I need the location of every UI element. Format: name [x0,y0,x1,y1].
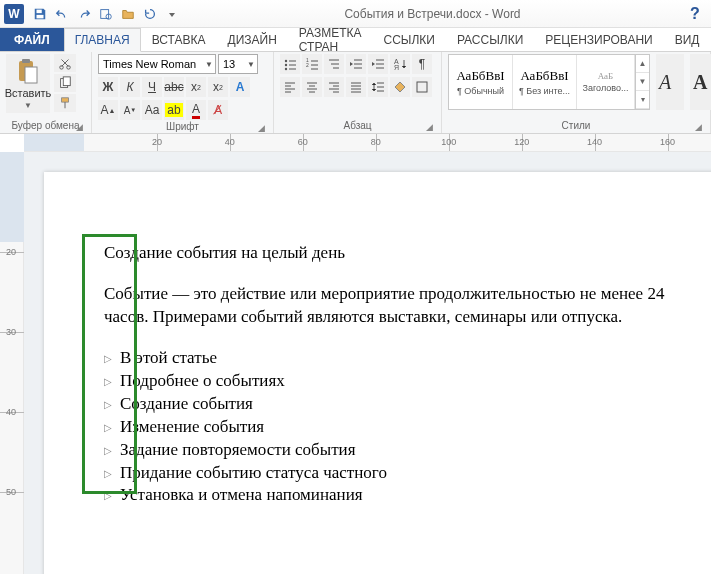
clear-format-icon[interactable]: A̸ [208,100,228,120]
group-styles-label: Стили [562,120,591,131]
document-body[interactable]: Создание события на целый день Событие —… [104,242,684,507]
text-effects-icon[interactable]: A [230,77,250,97]
svg-point-12 [285,64,287,66]
list-item[interactable]: ▷Задание повторяемости события [104,439,684,462]
superscript-button[interactable]: x2 [208,77,228,97]
tab-layout[interactable]: РАЗМЕТКА СТРАН [288,28,373,51]
list-item[interactable]: ▷Изменение события [104,416,684,439]
bold-button[interactable]: Ж [98,77,118,97]
doc-paragraph[interactable]: Событие — это действие или мероприятие п… [104,283,684,329]
multilevel-icon[interactable] [324,54,344,74]
decrease-indent-icon[interactable] [346,54,366,74]
list-item[interactable]: ▷В этой статье [104,347,684,370]
font-color-icon[interactable]: A [186,100,206,120]
justify-icon[interactable] [346,77,366,97]
style-item-nospacing[interactable]: АаБбВвІ ¶ Без инте... [513,55,577,109]
align-right-icon[interactable] [324,77,344,97]
increase-indent-icon[interactable] [368,54,388,74]
sort-icon[interactable]: AЯ [390,54,410,74]
paragraph-dialog-launcher-icon[interactable]: ◢ [423,120,435,132]
group-paragraph-label: Абзац [343,120,371,131]
bullets-icon[interactable] [280,54,300,74]
copy-icon[interactable] [54,74,76,92]
highlight-color-icon[interactable]: ab [164,100,184,120]
paste-button[interactable]: Вставить ▼ [6,54,50,113]
redo-icon[interactable] [74,4,94,24]
italic-button[interactable]: К [120,77,140,97]
paste-icon [14,57,42,85]
clipboard-dialog-launcher-icon[interactable]: ◢ [73,120,85,132]
list-item[interactable]: ▷Подробнее о событиях [104,370,684,393]
styles-gallery[interactable]: АаБбВвІ ¶ Обычный АаБбВвІ ¶ Без инте... … [448,54,650,110]
qat-customize-icon[interactable] [162,4,182,24]
chevron-down-icon: ▼ [24,101,32,110]
scroll-up-icon[interactable]: ▲ [636,55,649,73]
strike-button[interactable]: abc [164,77,184,97]
tab-home[interactable]: ГЛАВНАЯ [64,28,141,52]
tab-design[interactable]: ДИЗАЙН [217,28,288,51]
list-item[interactable]: ▷Придание событию статуса частного [104,462,684,485]
shrink-font-icon[interactable]: A▼ [120,100,140,120]
tab-insert[interactable]: ВСТАВКА [141,28,217,51]
svg-text:A: A [693,71,708,93]
svg-rect-6 [25,67,37,83]
format-painter-icon[interactable] [54,94,76,112]
svg-rect-1 [37,14,44,18]
bullet-triangle-icon: ▷ [104,370,112,393]
document-page[interactable]: Создание события на целый день Событие —… [44,172,711,574]
tab-file[interactable]: ФАЙЛ [0,28,64,51]
repeat-icon[interactable] [140,4,160,24]
group-paragraph: 12 AЯ ¶ Абзац◢ [274,52,442,133]
doc-title[interactable]: Создание события на целый день [104,242,684,265]
shading-icon[interactable] [390,77,410,97]
numbering-icon[interactable]: 12 [302,54,322,74]
help-icon[interactable]: ? [683,3,707,25]
styles-dialog-launcher-icon[interactable]: ◢ [692,120,704,132]
chevron-down-icon: ▼ [205,60,213,69]
svg-text:A: A [657,71,672,93]
undo-icon[interactable] [52,4,72,24]
align-center-icon[interactable] [302,77,322,97]
list-item[interactable]: ▷Создание события [104,393,684,416]
styles-scrollbar[interactable]: ▲ ▼ ▾ [635,55,649,109]
style-item-normal[interactable]: АаБбВвІ ¶ Обычный [449,55,513,109]
scroll-down-icon[interactable]: ▼ [636,73,649,91]
svg-text:Я: Я [394,64,399,71]
show-marks-icon[interactable]: ¶ [412,54,432,74]
page-scroll[interactable]: Создание события на целый день Событие —… [24,152,711,574]
preview-icon[interactable] [96,4,116,24]
font-size-combo[interactable]: 13▼ [218,54,258,74]
svg-text:2: 2 [306,62,309,68]
title-bar: W События и Встречи.docx - Word ? [0,0,711,28]
bullet-triangle-icon: ▷ [104,393,112,416]
svg-rect-0 [37,9,42,13]
vertical-ruler[interactable]: 20304050 [0,152,24,574]
line-spacing-icon[interactable] [368,77,388,97]
save-icon[interactable] [30,4,50,24]
align-left-icon[interactable] [280,77,300,97]
bullet-triangle-icon: ▷ [104,462,112,485]
quick-access-toolbar [30,4,182,24]
bullet-triangle-icon: ▷ [104,439,112,462]
tab-mailings[interactable]: РАССЫЛКИ [446,28,534,51]
tab-view[interactable]: ВИД [664,28,711,51]
underline-button[interactable]: Ч [142,77,162,97]
horizontal-ruler[interactable]: 20406080100120140160 [24,134,711,152]
styles-pane-button[interactable]: A [690,54,711,110]
font-name-combo[interactable]: Times New Roman▼ [98,54,216,74]
change-styles-button[interactable]: A [656,54,684,110]
grow-font-icon[interactable]: A▲ [98,100,118,120]
svg-point-13 [285,68,287,70]
tab-references[interactable]: ССЫЛКИ [372,28,445,51]
scroll-more-icon[interactable]: ▾ [636,91,649,109]
list-item[interactable]: ▷Установка и отмена напоминания [104,484,684,507]
subscript-button[interactable]: x2 [186,77,206,97]
open-icon[interactable] [118,4,138,24]
font-dialog-launcher-icon[interactable]: ◢ [255,121,267,133]
borders-icon[interactable] [412,77,432,97]
tab-review[interactable]: РЕЦЕНЗИРОВАНИ [534,28,663,51]
cut-icon[interactable] [54,54,76,72]
change-case-button[interactable]: Aa [142,100,162,120]
style-item-heading[interactable]: АаБ Заголово... [577,55,635,109]
group-font: Times New Roman▼ 13▼ Ж К Ч abc x2 x2 A A… [92,52,274,133]
